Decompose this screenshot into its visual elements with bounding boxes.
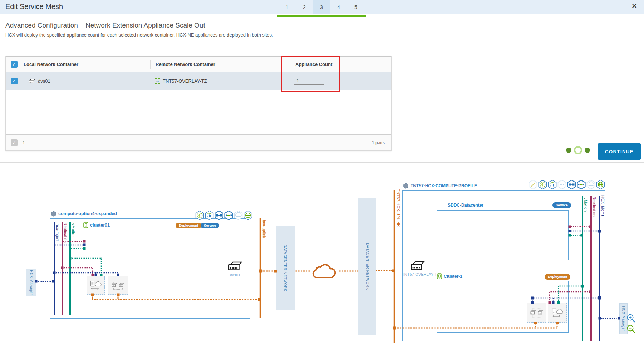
network-container-table: Local Network Container Remote Network C… — [5, 56, 392, 151]
column-header-count: Appliance Count — [295, 62, 332, 67]
pairs-count: 1 pairs — [372, 140, 391, 145]
power-hex-icon[interactable] — [538, 180, 547, 189]
selected-count: 1 — [23, 140, 25, 145]
table-header-row: Local Network Container Remote Network C… — [6, 56, 391, 72]
sddc-datacenter-title: SDDC-Datacenter — [448, 203, 483, 208]
right-ne-appliance-box — [527, 303, 546, 323]
dots-faint-hex-icon[interactable] — [557, 180, 566, 189]
left-profile-title: compute-option4-expanded — [51, 211, 117, 217]
panel-divider — [0, 162, 644, 163]
left-cluster-title: cluster01 — [83, 222, 110, 228]
service-badge: Service — [201, 223, 219, 228]
cluster-icon — [83, 222, 88, 228]
power-hex-icon[interactable] — [195, 211, 204, 220]
service-badge: Service — [552, 202, 571, 208]
right-hcx-manager-label: HCX Manager — [621, 306, 625, 331]
right-net-label-mgmt: HCX_Mgmt — [601, 195, 605, 216]
wizard-progress-bar — [277, 15, 366, 17]
cluster-icon — [437, 273, 442, 279]
traffic-dots-hex-icon[interactable] — [577, 180, 586, 189]
left-net-label-replication: Replication — [63, 223, 68, 243]
select-all-checkbox[interactable] — [11, 61, 18, 68]
traffic-dots-hex-icon[interactable] — [224, 211, 233, 220]
switch-icon — [28, 79, 35, 84]
local-container-name: dvs01 — [38, 78, 50, 84]
left-datacenter-network-box: DATACENTER NETWORK — [276, 226, 295, 310]
ix-appliance-icon — [551, 307, 564, 319]
progress-dots — [566, 146, 590, 154]
progress-dot-active — [574, 146, 582, 154]
wizard-header: Edit Service Mesh 1 2 3 4 5 ✕ — [0, 0, 644, 14]
wizard-steps: 1 2 3 4 5 — [279, 0, 364, 14]
row-checkbox[interactable] — [11, 78, 18, 84]
right-profile-title: TNT57-HCX-COMPUTE-PROFILE — [403, 183, 477, 189]
cloud-hex-icon[interactable] — [234, 211, 243, 220]
section-heading: Advanced Configuration – Network Extensi… — [5, 21, 205, 29]
left-hcx-manager-label: HCX Manager — [29, 270, 33, 295]
network-extension-hex-icon[interactable] — [215, 211, 223, 220]
right-service-icon-row — [529, 180, 605, 189]
overlay-tz-label: TNT57-OVERLAY-TZ — [402, 272, 439, 276]
transport-zone-icon: ↔ — [155, 78, 160, 84]
ix-appliance-icon — [89, 280, 102, 291]
right-net-label-vmotion: vMotion — [584, 198, 588, 212]
globe-hex-icon[interactable] — [244, 211, 252, 220]
step-4[interactable]: 4 — [330, 0, 347, 14]
deployment-badge: Deployment — [176, 223, 201, 228]
step-3-active[interactable]: 3 — [313, 0, 330, 14]
continue-button[interactable]: CONTINUE — [598, 143, 641, 160]
right-uplink-label: TNT57-HCX-UPLINK — [396, 189, 400, 227]
column-header-remote: Remote Network Container — [156, 62, 215, 67]
step-2[interactable]: 2 — [296, 0, 313, 14]
right-ix-appliance-box — [548, 303, 567, 323]
progress-dot — [566, 148, 571, 153]
ne-appliance-icon — [110, 280, 126, 291]
ne-appliance-icon — [529, 307, 544, 319]
cloud-hex-icon[interactable] — [586, 180, 595, 189]
hexagon-profile-icon — [403, 183, 408, 189]
column-header-local: Local Network Container — [24, 62, 78, 67]
network-extension-hex-icon[interactable] — [567, 180, 576, 189]
zoom-in-icon[interactable] — [626, 314, 636, 323]
zoom-out-icon[interactable] — [626, 324, 636, 334]
right-net-label-replication: Replication — [592, 197, 596, 217]
right-datacenter-network-box: DATACENTER NETWORK — [358, 198, 376, 335]
step-1[interactable]: 1 — [279, 0, 296, 14]
left-uplink-label: hcx-uplink — [262, 220, 266, 238]
left-ne-appliance-box — [108, 276, 128, 295]
wan-chart-hex-icon[interactable] — [205, 211, 214, 220]
page-title: Edit Service Mesh — [5, 3, 63, 11]
table-empty-area — [6, 90, 391, 134]
sddc-datacenter-box — [437, 210, 569, 260]
left-hcx-manager-box: HCX Manager — [26, 269, 36, 296]
dvs01-label: dvs01 — [230, 273, 240, 277]
left-net-label-mgmt: hcx-mgmt — [55, 224, 60, 241]
hexagon-profile-icon — [51, 211, 56, 217]
progress-dot — [585, 148, 590, 153]
appliance-count-input[interactable] — [294, 77, 324, 85]
right-cluster-title: Cluster-1 — [437, 273, 462, 279]
wan-chart-hex-icon[interactable] — [548, 180, 557, 189]
cloud-wan-icon — [313, 265, 335, 277]
close-icon[interactable]: ✕ — [630, 1, 639, 11]
globe-hex-icon[interactable] — [596, 180, 605, 189]
section-description: HCX will deploy the specified appliance … — [5, 32, 273, 38]
left-service-icon-row — [195, 211, 252, 220]
table-row[interactable]: dvs01 ↔ TNT57-OVERLAY-TZ — [6, 72, 391, 90]
left-ix-appliance-box — [87, 276, 105, 295]
footer-checkbox-icon — [11, 139, 18, 146]
dvs01-switch-icon — [227, 261, 242, 272]
step-5[interactable]: 5 — [347, 0, 364, 14]
deployment-badge: Deployment — [545, 274, 570, 280]
overlay-tz-switch-icon — [410, 261, 425, 271]
left-net-label-vmotion: vMotion — [71, 223, 75, 238]
table-footer: 1 1 pairs — [6, 134, 391, 150]
edit-hex-icon[interactable] — [529, 180, 537, 189]
remote-container-name: TNT57-OVERLAY-TZ — [163, 78, 207, 84]
